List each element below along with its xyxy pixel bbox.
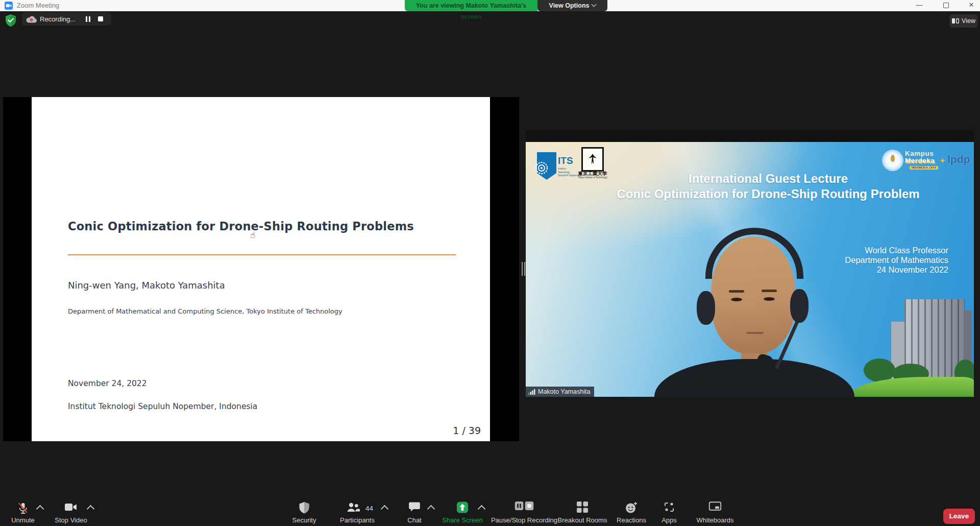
leave-button[interactable]: Leave xyxy=(943,509,975,524)
participants-label: Participants xyxy=(327,516,388,524)
whiteboards-button[interactable]: Whiteboards xyxy=(684,500,746,525)
shield-icon xyxy=(299,501,310,516)
slide-page-number: 1 / 39 xyxy=(409,425,481,436)
kemdikbud-logo xyxy=(883,151,902,170)
kampus-banner: INDONESIA JAYA xyxy=(910,166,938,170)
maximize-button[interactable] xyxy=(938,0,953,11)
minimize-button[interactable]: — xyxy=(912,0,927,11)
speaker-eye xyxy=(731,298,742,301)
close-button[interactable]: ✕ xyxy=(964,0,979,11)
wcp-line2: Department of Mathematics xyxy=(845,255,948,265)
recording-indicator: Recording... xyxy=(22,12,111,26)
camera-icon xyxy=(64,501,78,515)
apps-icon xyxy=(664,501,675,515)
slide-title: Conic Optimization for Drone-Ship Routin… xyxy=(68,220,414,233)
participant-name: Makoto Yamashita xyxy=(538,388,590,395)
presentation-slide: Conic Optimization for Drone-Ship Routin… xyxy=(32,97,490,441)
kampus-line1: Kampus xyxy=(905,150,935,157)
security-button[interactable]: Security xyxy=(274,500,335,525)
share-screen-icon xyxy=(457,501,469,515)
tokyo-tech-logo xyxy=(581,147,604,172)
speaker-mouth xyxy=(746,332,764,334)
speaker-eye xyxy=(764,297,775,301)
speaker-video-tile: ITS Institut Teknologi Sepuluh Nopember … xyxy=(526,130,974,397)
lecture-title-line2: Conic Optimization for Drone-Ship Routin… xyxy=(574,187,962,201)
zoom-app-icon xyxy=(5,2,13,12)
view-options-button[interactable]: View Options xyxy=(537,0,607,11)
slide-authors: Ning-wen Yang, Makoto Yamashita xyxy=(68,280,225,291)
headset-band xyxy=(705,228,803,279)
headset-earcup-left xyxy=(697,291,715,325)
window-title: Zoom Meeting xyxy=(17,2,59,9)
chat-bubble-icon xyxy=(409,501,421,514)
view-layout-icon xyxy=(952,18,959,24)
wcp-line1: World Class Professor xyxy=(845,246,948,255)
slide-date: November 24, 2022 xyxy=(68,379,147,388)
wcp-line3: 24 November 2022 xyxy=(845,265,948,275)
kampus-line2: Merdeka xyxy=(905,157,935,164)
pause-stop-recording-button[interactable]: Pause/Stop Recording xyxy=(486,500,562,525)
stop-recording-button[interactable] xyxy=(98,16,103,21)
recording-controls-icon xyxy=(515,501,534,510)
stop-video-label: Stop Video xyxy=(40,516,102,524)
mic-muted-icon xyxy=(16,501,30,517)
share-screen-label: Share Screen xyxy=(432,516,493,524)
slide-institute: Institut Teknologi Sepuluh Nopember, Ind… xyxy=(68,402,257,411)
whiteboards-label: Whiteboards xyxy=(684,516,746,524)
headset-earcup-right xyxy=(790,289,808,323)
participants-count: 44 xyxy=(365,505,373,512)
lawn-graphic xyxy=(851,377,974,397)
viewing-banner: You are viewing Makoto Yamashita's scree… xyxy=(405,0,537,11)
its-gear-icon xyxy=(535,161,548,177)
security-shield-icon xyxy=(5,14,16,29)
speaker-eyebrow xyxy=(729,290,744,293)
whiteboard-icon xyxy=(709,501,722,514)
pause-stop-recording-label: Pause/Stop Recording xyxy=(486,516,562,524)
participant-name-tag: Makoto Yamashita xyxy=(526,387,594,397)
security-label: Security xyxy=(274,516,335,524)
shared-screen-area: Conic Optimization for Drone-Ship Routin… xyxy=(3,97,519,441)
participants-button[interactable]: Participants xyxy=(327,500,388,525)
view-layout-button[interactable]: View xyxy=(949,14,978,28)
slide-affiliation: Deparment of Mathematical and Computing … xyxy=(68,307,342,315)
zoom-meeting-window: Zoom Meeting — ✕ You are viewing Makoto … xyxy=(0,0,980,526)
view-layout-label: View xyxy=(962,17,975,25)
hand-cursor-icon: ☝ xyxy=(250,230,255,240)
participants-icon xyxy=(346,501,360,516)
connection-signal-icon xyxy=(528,389,535,395)
its-wordmark: ITS xyxy=(558,155,573,166)
stop-video-button[interactable]: Stop Video xyxy=(40,500,102,525)
swallow-icon xyxy=(587,153,598,165)
lecture-right-text: World Class Professor Department of Math… xyxy=(845,246,948,275)
chevron-down-icon xyxy=(592,2,597,7)
view-options-label: View Options xyxy=(549,2,590,9)
pause-recording-button[interactable] xyxy=(85,16,91,22)
share-screen-button[interactable]: Share Screen xyxy=(432,500,493,525)
lpdp-icon: ✦ xyxy=(939,156,946,165)
speaker-eyebrow xyxy=(762,290,777,292)
speaker-video-content: ITS Institut Teknologi Sepuluh Nopember … xyxy=(526,142,974,397)
cloud-recording-icon xyxy=(26,15,37,23)
maximize-icon xyxy=(943,3,949,8)
reactions-smiley-icon xyxy=(625,501,638,516)
recording-label: Recording... xyxy=(40,15,76,23)
lecture-title-line1: International Guest Lecture xyxy=(574,172,962,186)
slide-rule xyxy=(68,254,456,255)
breakout-rooms-icon xyxy=(577,501,588,515)
kampus-merdeka-logo: Kampus Merdeka xyxy=(905,150,935,164)
lpdp-wordmark: lpdp xyxy=(947,153,970,165)
